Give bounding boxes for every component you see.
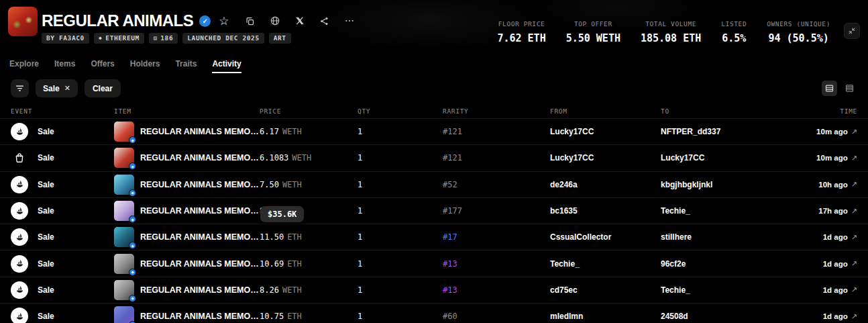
from-address-link[interactable]: cd75ec (550, 285, 661, 295)
collection-badge[interactable]: LAUNCHED DEC 2025 (182, 33, 264, 44)
stats-bar: FLOOR PRICE 7.62 ETH TOP OFFER 5.50 WETH… (497, 20, 830, 44)
item-thumbnail[interactable]: ◆ (114, 254, 134, 274)
price-currency: ETH (287, 312, 302, 321)
from-address-link[interactable]: Lucky17CC (550, 127, 661, 136)
activity-table-row[interactable]: Sale ◆ REGULAR ANIMALS MEMORY #39 8.30WE… (0, 197, 868, 224)
item-thumbnail[interactable]: ◆ (114, 175, 134, 195)
to-address-link[interactable]: Techie_ (661, 285, 783, 295)
collapse-stats-button[interactable] (844, 23, 860, 39)
dense-list-view-toggle[interactable] (842, 81, 857, 96)
transaction-time-link[interactable]: 1d ago ↗ (823, 259, 857, 268)
activity-table-row[interactable]: Sale ◆ REGULAR ANIMALS MEMORY #113 10.69… (0, 250, 868, 276)
transaction-time-link[interactable]: 1d ago ↗ (823, 285, 857, 294)
tab-holders[interactable]: Holders (130, 59, 160, 73)
transaction-time-link[interactable]: 1d ago ↗ (823, 233, 857, 242)
tab-activity[interactable]: Activity (212, 59, 241, 73)
copy-icon[interactable] (244, 15, 256, 27)
item-name-link[interactable]: REGULAR ANIMALS MEMORY #133 (140, 232, 260, 242)
tab-offers[interactable]: Offers (91, 59, 114, 73)
item-name-link[interactable]: REGULAR ANIMALS MEMORY #176 (140, 153, 260, 163)
from-address-link[interactable]: bc1635 (550, 206, 661, 216)
item-name-link[interactable]: REGULAR ANIMALS MEMORY #113 (140, 285, 260, 295)
from-address-link[interactable]: Techie_ (550, 259, 661, 269)
quantity-cell: 1 (358, 153, 443, 163)
collection-badge[interactable]: ART (269, 33, 291, 44)
filter-chip-sale[interactable]: Sale ✕ (36, 79, 78, 97)
collection-badge[interactable]: ▤ 186 (149, 33, 178, 44)
activity-table-row[interactable]: Sale ◆ REGULAR ANIMALS MEMORY #113 8.26W… (0, 277, 868, 303)
x-twitter-icon[interactable] (294, 15, 306, 27)
transaction-time-link[interactable]: 17h ago ↗ (818, 207, 857, 216)
activity-table-row[interactable]: Sale ◆ REGULAR ANIMALS MEMORY #176 6.17W… (0, 118, 868, 144)
quantity-cell: 1 (358, 127, 443, 136)
from-address-link[interactable]: de246a (550, 180, 661, 189)
to-address-link[interactable]: 24508d (661, 312, 783, 321)
item-name-link[interactable]: REGULAR ANIMALS MEMORY #176 (140, 127, 260, 136)
external-link-icon: ↗ (851, 312, 857, 321)
item-thumbnail[interactable]: ◆ (114, 122, 134, 142)
tab-explore[interactable]: Explore (9, 59, 39, 73)
to-address-link[interactable]: Techie_ (661, 206, 783, 216)
event-type-label: Sale (38, 153, 54, 163)
rarity-rank: #121 (443, 127, 550, 136)
filter-button[interactable] (11, 79, 29, 97)
rarity-rank: #13 (443, 259, 550, 269)
clear-filters-button[interactable]: Clear (85, 79, 121, 97)
to-address-link[interactable]: kbgjhbgkljnkl (661, 180, 783, 189)
item-name-link[interactable]: REGULAR ANIMALS MEMORY #39 (140, 206, 260, 216)
price-cell: 10.69ETH (260, 259, 358, 269)
rarity-rank: #13 (443, 285, 550, 295)
item-thumbnail[interactable]: ◆ (114, 280, 134, 300)
transaction-time-link[interactable]: 10m ago ↗ (816, 128, 857, 136)
tab-traits[interactable]: Traits (175, 59, 197, 73)
item-thumbnail[interactable]: ◆ (114, 201, 134, 221)
collection-badge[interactable]: BY FA3AC0 (42, 33, 89, 44)
collection-avatar[interactable] (8, 7, 38, 36)
external-link-icon: ↗ (851, 207, 857, 216)
column-header: FROM (550, 107, 661, 115)
to-address-link[interactable]: Lucky17CC (661, 153, 783, 163)
activity-table-row[interactable]: Sale ◆ REGULAR ANIMALS MEMORY #50 10.75E… (0, 303, 868, 323)
tab-items[interactable]: Items (54, 59, 75, 73)
stat-value: 94 (50.5%) (767, 32, 830, 44)
transaction-time-link[interactable]: 1d ago ↗ (823, 312, 857, 321)
transaction-time-link[interactable]: 10m ago ↗ (816, 154, 857, 163)
from-address-link[interactable]: Lucky17CC (550, 153, 661, 163)
item-name-link[interactable]: REGULAR ANIMALS MEMORY #113 (140, 259, 260, 269)
quantity-cell: 1 (358, 180, 443, 189)
event-type-label: Sale (38, 206, 54, 216)
list-view-toggle[interactable] (822, 81, 837, 96)
to-address-link[interactable]: stillhere (661, 232, 783, 242)
activity-table-row[interactable]: Sale ◆ REGULAR ANIMALS MEMORY #133 11.50… (0, 224, 868, 250)
item-name-link[interactable]: REGULAR ANIMALS MEMORY #50 (140, 312, 260, 321)
opensea-boat-icon (11, 308, 28, 323)
share-icon[interactable] (319, 15, 331, 27)
collection-badge[interactable]: ◆ ETHEREUM (94, 33, 144, 44)
column-header: TO (661, 107, 783, 115)
watchlist-star-icon[interactable]: ☆ (219, 15, 229, 27)
more-options-icon[interactable] (343, 15, 356, 27)
item-name-link[interactable]: REGULAR ANIMALS MEMORY #178 (140, 180, 260, 189)
price-amount: 10.75 (260, 312, 284, 321)
item-thumbnail[interactable]: ◆ (114, 306, 134, 323)
rarity-rank: #17 (443, 232, 550, 242)
ethereum-chain-badge-icon: ◆ (129, 136, 136, 144)
activity-table-row[interactable]: Sale ◆ REGULAR ANIMALS MEMORY #176 6.108… (0, 144, 868, 171)
item-thumbnail[interactable]: ◆ (114, 227, 134, 247)
activity-table-row[interactable]: Sale ◆ REGULAR ANIMALS MEMORY #178 7.50W… (0, 171, 868, 197)
close-icon[interactable]: ✕ (64, 84, 70, 93)
price-currency: WETH (282, 127, 302, 136)
stat-value: 7.62 ETH (497, 32, 545, 44)
from-address-link[interactable]: mledlmn (550, 312, 661, 321)
time-ago-label: 1d ago (823, 312, 848, 320)
website-globe-icon[interactable] (269, 15, 281, 27)
price-amount: 7.50 (260, 180, 279, 189)
item-thumbnail[interactable]: ◆ (114, 148, 134, 168)
transaction-time-link[interactable]: 10h ago ↗ (818, 180, 857, 189)
badge-label: ETHEREUM (105, 34, 140, 42)
from-address-link[interactable]: CssualCollector (550, 232, 661, 242)
external-link-icon: ↗ (851, 180, 857, 189)
badge-label: LAUNCHED DEC 2025 (187, 34, 259, 42)
to-address-link[interactable]: 96cf2e (661, 259, 783, 269)
to-address-link[interactable]: NFTPER_dd337 (661, 127, 783, 136)
